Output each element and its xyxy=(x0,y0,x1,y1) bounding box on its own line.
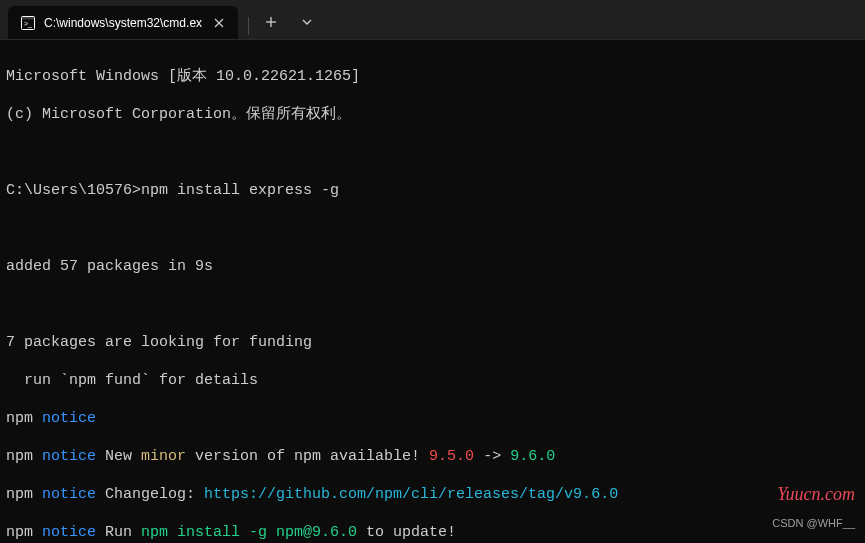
notice-line-4: npm notice Run npm install -g npm@9.6.0 … xyxy=(6,523,859,542)
tab-cmd[interactable]: >_ C:\windows\system32\cmd.ex xyxy=(8,6,238,39)
funding-line-1: 7 packages are looking for funding xyxy=(6,333,859,352)
plus-icon xyxy=(265,16,277,28)
minor-text: minor xyxy=(141,448,186,465)
divider xyxy=(248,17,249,35)
svg-text:>_: >_ xyxy=(24,20,32,28)
install-cmd: npm install -g npm@9.6.0 xyxy=(141,524,357,541)
terminal-output[interactable]: Microsoft Windows [版本 10.0.22621.1265] (… xyxy=(0,40,865,543)
blank-line xyxy=(6,219,859,238)
new-version: 9.6.0 xyxy=(510,448,555,465)
added-packages-line: added 57 packages in 9s xyxy=(6,257,859,276)
titlebar-actions xyxy=(238,0,323,39)
changelog-url: https://github.com/npm/cli/releases/tag/… xyxy=(204,486,618,503)
blank-line xyxy=(6,143,859,162)
new-tab-button[interactable] xyxy=(255,6,287,38)
notice-line-2: npm notice New minor version of npm avai… xyxy=(6,447,859,466)
notice-line-3: npm notice Changelog: https://github.com… xyxy=(6,485,859,504)
tab-close-button[interactable] xyxy=(210,14,228,32)
chevron-down-icon xyxy=(302,19,312,25)
prompt-path: C:\Users\10576> xyxy=(6,182,141,199)
os-version-line: Microsoft Windows [版本 10.0.22621.1265] xyxy=(6,67,859,86)
blank-line xyxy=(6,295,859,314)
prompt-command: npm install express -g xyxy=(141,182,339,199)
close-icon xyxy=(214,18,224,28)
notice-line-1: npm notice xyxy=(6,409,859,428)
funding-line-2: run `npm fund` for details xyxy=(6,371,859,390)
cmd-icon: >_ xyxy=(20,15,36,31)
attribution: CSDN @WHF__ xyxy=(772,517,855,529)
titlebar: >_ C:\windows\system32\cmd.ex xyxy=(0,0,865,40)
tab-dropdown-button[interactable] xyxy=(291,6,323,38)
tab-title: C:\windows\system32\cmd.ex xyxy=(44,16,202,30)
notice-label: notice xyxy=(42,410,96,427)
copyright-line: (c) Microsoft Corporation。保留所有权利。 xyxy=(6,105,859,124)
watermark: Yuucn.com xyxy=(777,484,855,505)
prompt-line-1: C:\Users\10576>npm install express -g xyxy=(6,181,859,200)
old-version: 9.5.0 xyxy=(429,448,474,465)
